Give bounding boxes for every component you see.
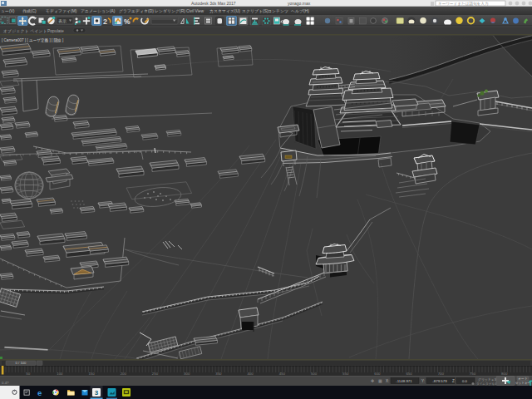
- svg-text:✥: ✥: [371, 378, 374, 383]
- svg-text:2: 2: [103, 17, 107, 26]
- svg-text:グラフエディタ(D): グラフエディタ(D): [119, 9, 154, 13]
- svg-text:0.4?: 0.4?: [2, 381, 9, 385]
- svg-text:表示: 表示: [58, 18, 66, 23]
- svg-text:3: 3: [95, 389, 99, 397]
- svg-text:Civil View: Civil View: [186, 9, 204, 13]
- svg-text:650: 650: [406, 372, 412, 376]
- svg-text:100: 100: [57, 372, 63, 376]
- svg-text:セットキー: セットキー: [515, 381, 531, 385]
- svg-text:スクリプト(S): スクリプト(S): [242, 9, 268, 13]
- svg-text:Populate: Populate: [47, 28, 64, 33]
- svg-text:カスタマイズ(U): カスタマイズ(U): [209, 9, 240, 13]
- svg-text:コンテンツ: コンテンツ: [268, 9, 288, 13]
- svg-text:Y:: Y:: [421, 379, 425, 383]
- svg-text:e: e: [37, 388, 42, 397]
- svg-text:レンダリング(R): レンダリング(R): [155, 9, 185, 13]
- svg-text:アニメーション(A): アニメーション(A): [81, 9, 116, 13]
- svg-text:[ Camera007 ] [ ユーザ定義 ] [ 隠線 ]: [ Camera007 ] [ ユーザ定義 ] [ 隠線 ]: [2, 37, 63, 43]
- svg-text:Autodesk 3ds Max 2017: Autodesk 3ds Max 2017: [191, 1, 236, 6]
- svg-text:0 / 100: 0 / 100: [16, 361, 27, 365]
- svg-text:350: 350: [215, 372, 222, 376]
- svg-text:800: 800: [501, 372, 508, 376]
- svg-text:ヘルプ(H): ヘルプ(H): [291, 9, 309, 13]
- svg-text:▦: ▦: [378, 378, 382, 383]
- svg-text:500: 500: [311, 372, 318, 376]
- svg-text:Z:: Z:: [452, 379, 456, 383]
- svg-text:250: 250: [152, 372, 159, 376]
- svg-text:オブジェクト ペイント: オブジェクト ペイント: [3, 28, 47, 34]
- svg-text:750: 750: [470, 372, 476, 376]
- svg-text:X:: X:: [386, 379, 389, 383]
- svg-text:0.0: 0.0: [462, 379, 467, 383]
- svg-text:300: 300: [184, 372, 190, 376]
- svg-text:-879.579: -879.579: [432, 379, 447, 383]
- svg-text:550: 550: [342, 372, 349, 376]
- svg-text:400: 400: [247, 372, 254, 376]
- svg-text:yonago.max: yonago.max: [288, 1, 311, 6]
- svg-text:200: 200: [121, 372, 127, 376]
- svg-text:-1148.971: -1148.971: [396, 379, 412, 383]
- svg-text:ュー(V): ュー(V): [1, 9, 15, 13]
- svg-text:700: 700: [438, 372, 445, 376]
- svg-text:600: 600: [374, 372, 381, 376]
- svg-text:50: 50: [26, 372, 30, 376]
- svg-text:キーワードまたは語句を入力: キーワードまたは語句を入力: [438, 1, 488, 7]
- svg-text:モディファイ(M): モディファイ(M): [46, 9, 77, 13]
- svg-text:450: 450: [279, 372, 286, 376]
- svg-text:作成(C): 作成(C): [22, 9, 37, 13]
- svg-text:150: 150: [88, 372, 95, 376]
- svg-text:オート: オート: [518, 377, 528, 381]
